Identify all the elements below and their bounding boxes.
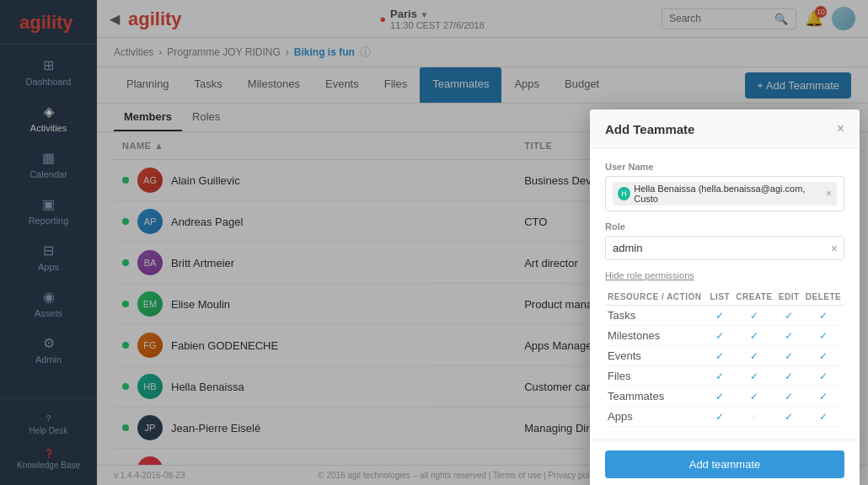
role-input-container: × [605,236,844,260]
perm-delete[interactable]: ✓ [802,407,844,427]
perm-check: ✓ [785,310,793,322]
perm-col-edit: Edit [775,289,802,306]
perm-delete[interactable]: ✓ [802,306,844,326]
perm-col-create: Create [733,289,776,306]
perm-resource: Files [605,366,707,386]
perm-check: ✓ [819,391,828,402]
modal-header: Add Teammate × [590,109,860,149]
perm-check: ✓ [819,370,828,382]
modal-footer: Add teammate [590,440,860,485]
role-input[interactable] [605,236,844,260]
user-name-input[interactable]: H Hella Benaissa (hella.benaissa@agi.com… [605,176,844,211]
perm-check: ✓ [750,391,758,402]
perm-check: ✓ [715,391,724,402]
role-group: Role × [605,221,844,260]
modal-title: Add Teammate [605,122,694,136]
perm-check: ✓ [715,310,724,322]
perm-resource: Tasks [605,306,707,326]
perm-col-delete: Delete [802,289,844,306]
perm-list[interactable]: ✓ [707,366,733,386]
permissions-table: Resource / Action List Create Edit Delet… [605,289,844,427]
perm-delete[interactable]: ✓ [802,326,844,346]
user-tag: H Hella Benaissa (hella.benaissa@agi.com… [613,182,837,205]
perm-check: ✓ [819,310,828,322]
perm-check: ✓ [819,350,828,362]
perm-check: ✓ [715,330,724,342]
perm-check: ✓ [819,330,828,342]
perm-create[interactable]: ✓ [733,306,776,326]
perm-list[interactable]: ✓ [707,346,733,366]
perm-list[interactable]: ✓ [707,306,733,326]
role-clear-button[interactable]: × [831,242,838,255]
permission-row: Teammates ✓ ✓ ✓ ✓ [605,386,844,407]
perm-edit[interactable]: ✓ [775,366,802,386]
perm-create[interactable]: ✓ [733,326,776,346]
perm-create[interactable]: ✓ [733,386,776,407]
perm-edit[interactable]: ✓ [775,386,802,407]
perm-check: ✓ [750,330,758,342]
perm-check: ✓ [715,411,724,423]
user-name-label: User Name [605,162,844,172]
perm-create[interactable]: ✓ [733,366,776,386]
perm-list[interactable]: ✓ [707,386,733,407]
perm-check: ✓ [750,370,758,382]
modal-close-button[interactable]: × [837,121,844,136]
perm-col-resource: Resource / Action [605,289,707,306]
perm-check: ✓ [750,350,758,362]
perm-check: ✓ [785,350,793,362]
perm-check: ✓ [785,330,793,342]
user-name-group: User Name H Hella Benaissa (hella.benais… [605,162,844,211]
permission-row: Apps ✓ ○ ✓ ✓ [605,407,844,427]
permission-row: Tasks ✓ ✓ ✓ ✓ [605,306,844,326]
perm-delete[interactable]: ✓ [802,366,844,386]
permission-row: Milestones ✓ ✓ ✓ ✓ [605,326,844,346]
perm-edit[interactable]: ✓ [775,346,802,366]
add-teammate-modal: Add Teammate × User Name H Hella Benaiss… [590,109,860,485]
modal-body: User Name H Hella Benaissa (hella.benais… [590,149,860,440]
user-tag-remove[interactable]: × [826,188,832,200]
perm-delete[interactable]: ✓ [802,386,844,407]
permission-row: Files ✓ ✓ ✓ ✓ [605,366,844,386]
perm-check: ✓ [785,391,793,402]
modal-overlay: Add Teammate × User Name H Hella Benaiss… [0,0,868,485]
user-tag-avatar: H [618,187,630,200]
perm-check: ✓ [819,411,828,423]
perm-empty: ○ [751,411,757,423]
perm-check: ✓ [750,310,758,322]
perm-resource: Milestones [605,326,707,346]
hide-permissions-toggle[interactable]: Hide role permissions [605,270,844,280]
perm-list[interactable]: ✓ [707,326,733,346]
perm-create[interactable]: ○ [733,407,776,427]
perm-col-list: List [707,289,733,306]
perm-resource: Teammates [605,386,707,407]
perm-edit[interactable]: ✓ [775,306,802,326]
perm-list[interactable]: ✓ [707,407,733,427]
perm-create[interactable]: ✓ [733,346,776,366]
add-teammate-submit-button[interactable]: Add teammate [605,450,844,478]
perm-resource: Events [605,346,707,366]
role-label: Role [605,221,844,232]
perm-check: ✓ [785,370,793,382]
permission-row: Events ✓ ✓ ✓ ✓ [605,346,844,366]
perm-resource: Apps [605,407,707,427]
perm-edit[interactable]: ✓ [775,407,802,427]
user-tag-name: Hella Benaissa (hella.benaissa@agi.com, … [634,184,822,204]
perm-check: ✓ [715,370,724,382]
perm-check: ✓ [785,411,793,423]
perm-check: ✓ [715,350,724,362]
perm-edit[interactable]: ✓ [775,326,802,346]
perm-delete[interactable]: ✓ [802,346,844,366]
